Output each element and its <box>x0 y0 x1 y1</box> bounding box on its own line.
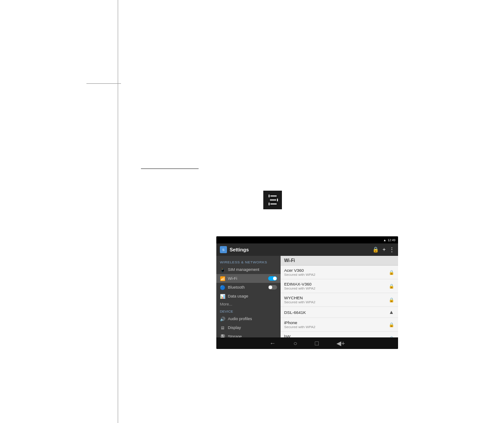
status-icons: ▲ 12:49 <box>383 239 395 242</box>
title-add-icon: + <box>383 247 386 253</box>
wifi-network-acer[interactable]: Acer V360 Secured with WPA2 🔒 <box>281 266 398 279</box>
android-screenshot: ▲ 12:49 S Settings 🔒 + ⋮ WIRELESS & NETW… <box>216 236 398 349</box>
audio-label: Audio profiles <box>228 317 252 321</box>
nav-back-button[interactable]: ← <box>270 340 276 347</box>
lock-icon: 🔒 <box>389 284 394 289</box>
status-wifi-icon: ▲ <box>383 239 387 242</box>
wifi-network-bw[interactable]: bW Secured with WPA2 🔒 <box>281 332 398 337</box>
wifi-network-info: WYCHEN Secured with WPA2 <box>284 295 388 304</box>
storage-icon: 💾 <box>220 334 225 337</box>
wifi-signal-icon: 🔒 <box>388 269 395 275</box>
underline-decoration <box>141 168 199 169</box>
lock-icon: 🔒 <box>389 270 394 275</box>
audio-profiles-item[interactable]: 🔊 Audio profiles <box>216 314 281 323</box>
android-title-bar: S Settings 🔒 + ⋮ <box>216 243 398 256</box>
bluetooth-toggle-knob <box>269 286 272 289</box>
audio-icon: 🔊 <box>220 316 225 321</box>
top-horizontal-line <box>86 83 121 84</box>
wifi-network-security: Secured with WPA2 <box>284 300 388 304</box>
wifi-network-info: EDIMAX-V360 Secured with WPA2 <box>284 282 388 290</box>
wifi-network-name: iPhone <box>284 320 388 325</box>
wifi-signal-icon: ▲ <box>388 309 395 315</box>
wifi-network-wychen[interactable]: WYCHEN Secured with WPA2 🔒 <box>281 293 398 307</box>
sim-management-item[interactable]: 📱 SIM management <box>216 265 281 274</box>
wifi-network-name: DSL-6641K <box>284 310 388 315</box>
wifi-network-security: Secured with WPA2 <box>284 325 388 329</box>
status-time: 12:49 <box>387 239 395 242</box>
wifi-toggle-knob <box>273 277 277 280</box>
wifi-network-info: Acer V360 Secured with WPA2 <box>284 268 388 277</box>
wifi-signal-icon: 🔒 <box>388 321 395 328</box>
wifi-network-list: Acer V360 Secured with WPA2 🔒 EDIMAX-V36… <box>281 266 398 337</box>
nav-home-button[interactable]: ○ <box>293 340 297 347</box>
android-content: WIRELESS & NETWORKS 📱 SIM management 📶 W… <box>216 256 398 337</box>
app-icon: S <box>220 246 227 253</box>
wifi-network-name: Acer V360 <box>284 268 388 273</box>
bluetooth-toggle[interactable] <box>268 285 277 290</box>
storage-label: Storage <box>228 334 242 337</box>
wifi-right-panel: Wi-Fi Acer V360 Secured with WPA2 🔒 EDIM… <box>281 256 398 337</box>
settings-left-panel: WIRELESS & NETWORKS 📱 SIM management 📶 W… <box>216 256 281 337</box>
wifi-open-icon: ▲ <box>389 309 394 315</box>
wifi-network-iphone[interactable]: iPhone Secured with WPA2 🔒 <box>281 318 398 332</box>
title-more-icon: ⋮ <box>389 247 395 253</box>
wifi-network-info: bW Secured with WPA2 <box>284 334 388 337</box>
android-nav-bar: ← ○ □ ◀+ <box>216 337 398 349</box>
wireless-section-header: WIRELESS & NETWORKS <box>216 258 281 265</box>
wifi-signal-icon: 🔒 <box>388 283 395 289</box>
nav-recent-button[interactable]: □ <box>315 340 318 347</box>
wifi-label: Wi-Fi <box>228 276 237 281</box>
title-action-icons: 🔒 + ⋮ <box>372 247 395 253</box>
bluetooth-item[interactable]: 🔵 Bluetooth <box>216 283 281 292</box>
wifi-network-info: iPhone Secured with WPA2 <box>284 320 388 329</box>
sim-label: SIM management <box>228 267 259 272</box>
android-status-bar: ▲ 12:49 <box>216 236 398 243</box>
lock-icon: 🔒 <box>389 298 394 302</box>
wifi-item[interactable]: 📶 Wi-Fi <box>216 274 281 283</box>
wifi-network-name: EDIMAX-V360 <box>284 282 388 286</box>
title-left: S Settings <box>220 246 249 253</box>
wifi-network-security: Secured with WPA2 <box>284 273 388 277</box>
title-lock-icon: 🔒 <box>372 247 379 253</box>
wifi-network-info: DSL-6641K <box>284 310 388 315</box>
wifi-network-name: WYCHEN <box>284 295 388 300</box>
bluetooth-icon: 🔵 <box>220 285 225 290</box>
wifi-network-name: bW <box>284 334 388 337</box>
wifi-network-dsl[interactable]: DSL-6641K ▲ <box>281 307 398 318</box>
bluetooth-label: Bluetooth <box>228 285 245 290</box>
equalizer-icon-button[interactable] <box>263 191 282 209</box>
wifi-panel-header: Wi-Fi <box>281 256 398 266</box>
wifi-panel-icon: 📶 <box>220 276 225 281</box>
sidebar-line <box>117 0 118 423</box>
data-usage-label: Data usage <box>228 294 248 298</box>
display-icon: 🖥 <box>220 325 225 330</box>
data-usage-icon: 📊 <box>220 294 225 299</box>
equalizer-icon <box>267 195 278 205</box>
wifi-network-security: Secured with WPA2 <box>284 286 388 290</box>
nav-volume-button[interactable]: ◀+ <box>336 340 345 347</box>
device-section-header: DEVICE <box>216 308 281 314</box>
wifi-network-edimax[interactable]: EDIMAX-V360 Secured with WPA2 🔒 <box>281 279 398 293</box>
more-item[interactable]: More... <box>216 301 281 308</box>
lock-icon: 🔒 <box>389 322 394 327</box>
wifi-toggle[interactable] <box>268 276 277 281</box>
display-item[interactable]: 🖥 Display <box>216 323 281 332</box>
display-label: Display <box>228 325 241 330</box>
app-title: Settings <box>230 247 249 252</box>
data-usage-item[interactable]: 📊 Data usage <box>216 292 281 301</box>
storage-item[interactable]: 💾 Storage <box>216 332 281 337</box>
wifi-signal-icon: 🔒 <box>388 297 395 303</box>
sim-icon: 📱 <box>220 267 225 272</box>
